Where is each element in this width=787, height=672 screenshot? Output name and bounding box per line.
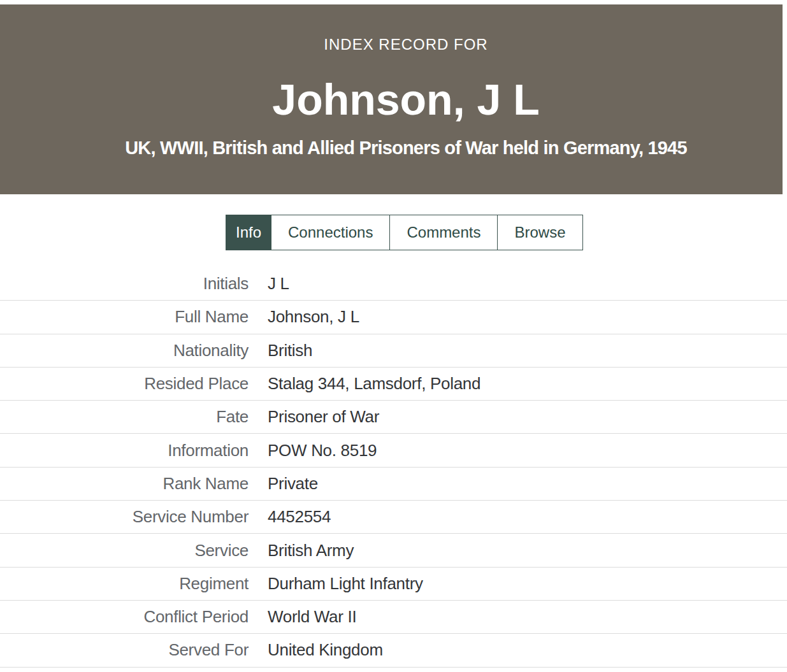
field-label: Information — [0, 441, 249, 461]
table-row: Service British Army — [0, 534, 787, 567]
tab-label: Connections — [288, 224, 373, 241]
tab-browse[interactable]: Browse — [497, 215, 582, 250]
field-value: World War II — [268, 607, 356, 627]
field-label: Service — [0, 541, 249, 561]
record-collection-subtitle: UK, WWII, British and Allied Prisoners o… — [29, 137, 783, 159]
table-row: Nationality British — [0, 334, 787, 368]
tab-label: Info — [236, 224, 261, 241]
table-row: Regiment Durham Light Infantry — [0, 568, 787, 601]
table-row: Initials J L — [0, 268, 787, 301]
field-label: Nationality — [0, 341, 249, 361]
table-row: Full Name Johnson, J L — [0, 301, 787, 334]
field-value: POW No. 8519 — [268, 441, 377, 461]
field-value: Durham Light Infantry — [268, 574, 423, 594]
field-value: Prisoner of War — [268, 407, 379, 427]
record-title: Johnson, J L — [29, 75, 783, 124]
record-header-eyebrow: INDEX RECORD FOR — [29, 35, 783, 54]
field-label: Served For — [0, 640, 249, 660]
field-label: Regiment — [0, 574, 249, 594]
record-tabs: Info Connections Comments Browse — [226, 215, 583, 250]
table-row: Rank Name Private — [0, 468, 787, 501]
field-label: Initials — [0, 274, 249, 294]
tab-connections[interactable]: Connections — [271, 215, 390, 250]
field-value: British Army — [268, 541, 354, 561]
field-label: Conflict Period — [0, 607, 249, 627]
record-table: Initials J L Full Name Johnson, J L Nati… — [0, 268, 787, 668]
tab-info[interactable]: Info — [226, 215, 271, 250]
record-header: INDEX RECORD FOR Johnson, J L UK, WWII, … — [0, 4, 783, 194]
field-label: Service Number — [0, 507, 249, 527]
field-label: Rank Name — [0, 474, 249, 494]
field-label: Resided Place — [0, 374, 249, 394]
tab-label: Browse — [514, 224, 565, 241]
field-value: J L — [268, 274, 289, 294]
table-row: Information POW No. 8519 — [0, 434, 787, 467]
table-row: Fate Prisoner of War — [0, 401, 787, 434]
table-row: Resided Place Stalag 344, Lamsdorf, Pola… — [0, 368, 787, 401]
field-label: Fate — [0, 407, 249, 427]
field-value: United Kingdom — [268, 640, 383, 660]
field-value: British — [268, 341, 312, 361]
field-value: 4452554 — [268, 507, 331, 527]
table-row: Service Number 4452554 — [0, 501, 787, 534]
table-row: Conflict Period World War II — [0, 601, 787, 634]
field-label: Full Name — [0, 307, 249, 327]
table-row: Served For United Kingdom — [0, 634, 787, 667]
field-value: Stalag 344, Lamsdorf, Poland — [268, 374, 480, 394]
field-value: Johnson, J L — [268, 307, 359, 327]
record-page: INDEX RECORD FOR Johnson, J L UK, WWII, … — [0, 0, 787, 672]
tab-label: Comments — [407, 224, 480, 241]
field-value: Private — [268, 474, 318, 494]
tab-comments[interactable]: Comments — [389, 215, 498, 250]
